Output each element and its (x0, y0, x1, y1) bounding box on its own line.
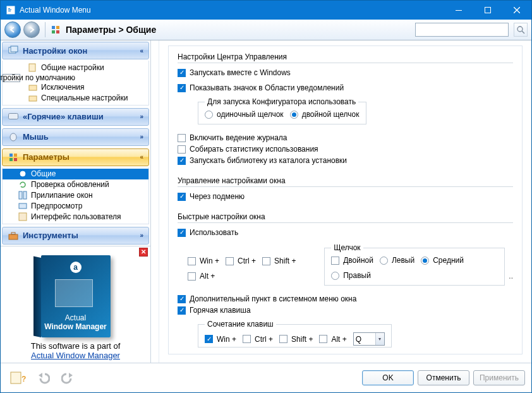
ok-button[interactable]: OK (362, 370, 414, 385)
chevron-up-icon: « (140, 154, 143, 160)
titlebar: Actual Window Menu (1, 1, 531, 20)
hotkey-key-input[interactable] (354, 335, 375, 344)
radio-click-left[interactable] (380, 257, 388, 265)
svg-rect-31 (9, 234, 18, 239)
combo-dropdown-icon[interactable]: ▾ (375, 333, 384, 345)
app-icon (6, 5, 16, 15)
close-button[interactable] (502, 1, 531, 20)
tree-item-ui[interactable]: Интерфейс пользователя (3, 212, 148, 222)
svg-rect-27 (19, 191, 22, 199)
checkbox-stats[interactable] (178, 145, 186, 154)
group-hotkeys[interactable]: «Горячие» клавиши » (2, 108, 149, 126)
keyboard-icon (8, 111, 19, 123)
group-parameters[interactable]: Параметры « (2, 148, 149, 166)
nav-forward-button[interactable] (23, 21, 40, 38)
checkbox-click-double[interactable] (331, 257, 339, 265)
content-pane: Настройки Центра Управления Запускать вм… (159, 40, 531, 363)
svg-rect-24 (9, 158, 13, 161)
promo-link[interactable]: Actual Window Manager (31, 351, 120, 360)
hotkey-key-combo[interactable]: ▾ (353, 332, 385, 346)
window-title: Actual Window Menu (20, 6, 444, 15)
checkbox-run-windows[interactable] (178, 69, 186, 77)
radio-click-middle[interactable] (421, 257, 429, 265)
undo-button[interactable] (32, 368, 54, 387)
svg-rect-30 (19, 213, 27, 221)
promo-tagline: This software is a part of (4, 341, 147, 351)
checkbox-mod-ctrl[interactable] (226, 257, 234, 265)
radio-single-click[interactable] (205, 111, 213, 119)
fieldset-launch-config: Для запуска Конфигуратора использовать о… (198, 97, 366, 124)
svg-line-13 (522, 31, 524, 33)
svg-rect-15 (11, 46, 18, 52)
checkbox-hk-ctrl[interactable] (243, 335, 251, 343)
search-input[interactable] (415, 23, 509, 37)
checkbox-logging[interactable] (178, 134, 186, 142)
svg-rect-33 (11, 372, 21, 384)
svg-rect-20 (9, 113, 18, 119)
redo-button[interactable] (57, 368, 79, 387)
checkbox-use-quick[interactable] (178, 229, 186, 237)
checkbox-run-lib[interactable] (178, 157, 186, 165)
checkbox-hk-win[interactable] (205, 335, 213, 343)
maximize-button[interactable] (473, 1, 502, 20)
group-window-settings[interactable]: Настройки окон « (2, 42, 149, 59)
mouse-icon (8, 131, 19, 143)
refresh-icon (18, 180, 28, 189)
svg-rect-8 (52, 26, 55, 29)
svg-rect-5 (485, 8, 491, 13)
tree-item-defaults[interactable]: ✓ Настройки по умолчанию (3, 74, 20, 82)
snap-icon (18, 191, 28, 200)
chevron-up-icon: « (140, 47, 143, 54)
apply-button[interactable]: Применить (473, 370, 525, 385)
svg-rect-18 (29, 85, 37, 90)
nav-back-button[interactable] (4, 21, 21, 38)
svg-point-21 (10, 133, 16, 141)
checkbox-via-submenu[interactable] (178, 193, 186, 201)
checkbox-mod-shift[interactable] (262, 257, 270, 265)
radio-double-click[interactable] (290, 111, 298, 119)
svg-rect-19 (29, 96, 37, 101)
preview-icon (18, 202, 28, 210)
more-indicator: .. (509, 272, 513, 286)
fieldset-click-type: Щелчок Двойной Левый Средний Правый (324, 243, 505, 286)
options-icon (8, 152, 19, 163)
help-button[interactable]: ? (7, 368, 28, 387)
folder-icon (28, 94, 38, 102)
svg-rect-2 (8, 9, 11, 10)
radio-click-right[interactable] (331, 272, 339, 280)
checkbox-mod-alt[interactable] (188, 272, 196, 281)
chevron-down-icon: » (140, 232, 143, 239)
svg-rect-1 (8, 8, 10, 9)
tree-item-exclusions[interactable]: Исключения (3, 82, 148, 93)
minimize-button[interactable] (444, 1, 473, 20)
promo-close-button[interactable]: ✕ (139, 248, 148, 257)
tree-item-updates[interactable]: Проверка обновлений (3, 179, 148, 190)
group-tools[interactable]: Инструменты » (2, 227, 149, 245)
svg-rect-10 (52, 30, 55, 33)
checkbox-mod-win[interactable] (188, 257, 196, 265)
windows-group-icon (8, 45, 19, 56)
section-title-quick: Быстрые настройки окна (178, 212, 513, 223)
tree-item-general-params[interactable]: Общие (3, 169, 148, 179)
gear-icon (18, 169, 28, 178)
svg-rect-25 (14, 158, 17, 161)
tree-item-snap[interactable]: Прилипание окон (3, 190, 148, 201)
checkbox-hotkey[interactable] (178, 306, 186, 315)
tree-item-preview[interactable]: Предпросмотр (3, 201, 148, 212)
checkbox-hk-shift[interactable] (279, 335, 287, 343)
ui-icon (18, 212, 28, 221)
svg-rect-11 (56, 30, 59, 33)
search-button[interactable] (514, 23, 528, 37)
toolbar-divider (45, 22, 45, 37)
product-box-image: a ActualWindow Manager (41, 255, 111, 337)
svg-rect-32 (11, 233, 15, 234)
checkbox-extra-menu[interactable] (178, 295, 186, 303)
tree-item-general[interactable]: Общие настройки (3, 62, 148, 73)
cancel-button[interactable]: Отменить (418, 370, 469, 385)
group-mouse[interactable]: Мышь » (2, 128, 149, 146)
checkbox-tray-icon[interactable] (178, 84, 186, 92)
checkbox-hk-alt[interactable] (319, 335, 327, 343)
fieldset-hotkey-combo: Сочетание клавиш Win + Ctrl + Shift + Al… (198, 320, 392, 348)
tree-item-special[interactable]: Специальные настройки (3, 93, 148, 104)
section-title-win-mgmt: Управление настройками окна (178, 176, 513, 187)
